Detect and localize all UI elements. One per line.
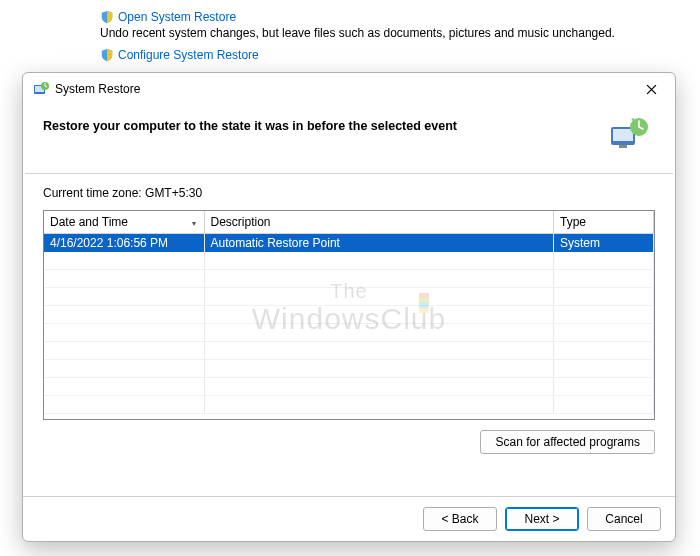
table-row [44,306,654,324]
scan-row: Scan for affected programs [43,420,655,454]
close-icon [646,84,657,95]
cancel-button[interactable]: Cancel [587,507,661,531]
dialog-footer: < Back Next > Cancel [23,496,675,541]
cell-datetime: 4/16/2022 1:06:56 PM [44,233,204,252]
configure-system-restore-link[interactable]: Configure System Restore [118,48,259,62]
cell-type: System [554,233,654,252]
table-row [44,342,654,360]
sort-indicator-icon: ▾ [192,219,196,228]
cell-description: Automatic Restore Point [204,233,554,252]
column-type-label: Type [560,215,586,229]
column-description-label: Description [211,215,271,229]
table-row [44,324,654,342]
restore-points-table[interactable]: Date and Time ▾ Description Type 4/16/20… [43,210,655,420]
svg-rect-4 [613,129,633,141]
dialog-heading: Restore your computer to the state it wa… [43,117,457,133]
table-row [44,252,654,270]
system-restore-dialog: System Restore Restore your computer to … [22,72,676,542]
table-header-row: Date and Time ▾ Description Type [44,211,654,233]
table-row [44,270,654,288]
open-system-restore-link[interactable]: Open System Restore [118,10,236,24]
next-button[interactable]: Next > [505,507,579,531]
configure-restore-row: Configure System Restore [100,48,700,62]
column-datetime[interactable]: Date and Time ▾ [44,211,204,233]
table-row [44,396,654,414]
svg-rect-5 [619,145,627,148]
restore-large-icon [609,117,649,153]
background-links: Open System Restore Undo recent system c… [0,0,700,62]
table-row[interactable]: 4/16/2022 1:06:56 PM Automatic Restore P… [44,233,654,252]
header-section: Restore your computer to the state it wa… [23,105,675,173]
column-description[interactable]: Description [204,211,554,233]
shield-icon [100,48,114,62]
titlebar: System Restore [23,73,675,105]
back-button[interactable]: < Back [423,507,497,531]
content-area: Current time zone: GMT+5:30 Date and Tim… [23,174,675,496]
table-row [44,288,654,306]
open-restore-description: Undo recent system changes, but leave fi… [100,26,700,40]
open-restore-row: Open System Restore [100,10,700,24]
table-row [44,360,654,378]
scan-affected-button[interactable]: Scan for affected programs [480,430,655,454]
restore-icon [33,81,49,97]
watermark-logo-icon [419,293,439,313]
column-datetime-label: Date and Time [50,215,128,229]
shield-icon [100,10,114,24]
timezone-label: Current time zone: GMT+5:30 [43,186,655,200]
column-type[interactable]: Type [554,211,654,233]
table-row [44,378,654,396]
close-button[interactable] [637,79,665,99]
dialog-title: System Restore [55,82,631,96]
